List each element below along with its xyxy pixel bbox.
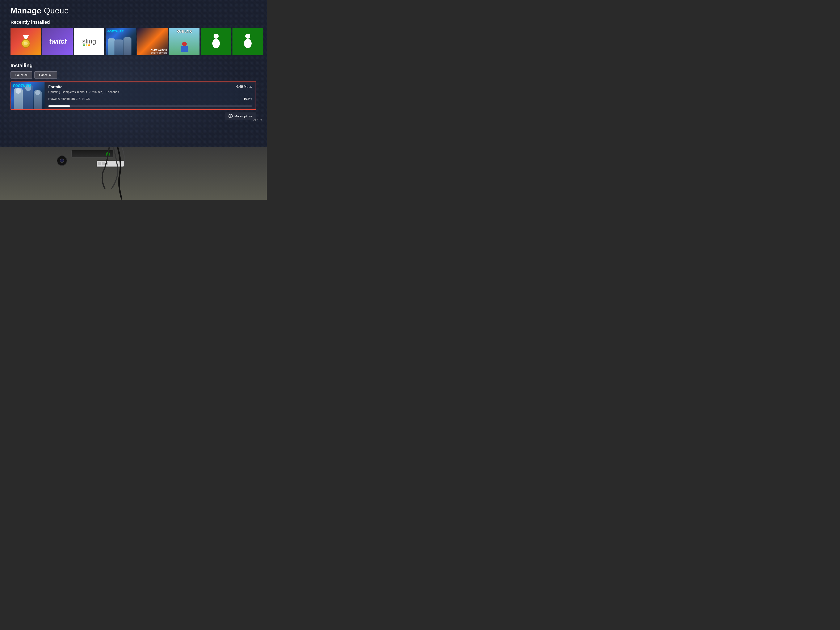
progress-bar-container xyxy=(48,106,252,107)
tile-sling[interactable]: sling xyxy=(74,28,104,55)
installing-section: Installing Pause all Cancel all FORTNITE xyxy=(11,63,256,120)
download-percent: 10.6% xyxy=(243,97,252,100)
tile-roblox[interactable]: ROBLOX xyxy=(169,28,199,55)
fortnite-download-label: FORTNITE xyxy=(13,84,32,88)
overwatch-art: OVERWATCH ORIGINS EDITION xyxy=(137,28,168,55)
overwatch-label: OVERWATCH ORIGINS EDITION xyxy=(151,49,167,54)
fortnite-download-thumbnail: FORTNITE xyxy=(11,82,44,109)
download-size: Network: 459.66 MB of 4.24 GB xyxy=(48,97,90,100)
roblox-label: ROBLOX xyxy=(169,30,199,33)
dot-yellow xyxy=(86,44,87,46)
tv-screen: Manage Queue Recently installed xyxy=(0,0,267,147)
dot-green xyxy=(83,44,85,46)
fortnite-tile-art: FORTNITE xyxy=(106,28,136,55)
cancel-all-button[interactable]: Cancel all xyxy=(35,71,57,79)
download-card-fortnite: FORTNITE xyxy=(11,82,256,110)
action-buttons: Pause all Cancel all xyxy=(11,71,256,79)
tile-avatar-2[interactable] xyxy=(232,28,263,55)
recently-installed-section: Recently installed xyxy=(11,19,256,55)
menu-icon xyxy=(229,114,233,118)
menu-dot-1 xyxy=(231,115,231,115)
more-options-button[interactable]: More options xyxy=(225,112,256,120)
xbox-logo xyxy=(106,152,110,156)
svg-point-3 xyxy=(245,33,250,39)
twitch-logo: twitch xyxy=(48,36,67,48)
installing-label: Installing xyxy=(11,63,256,68)
recently-installed-label: Recently installed xyxy=(11,19,256,25)
tile-fortnite[interactable]: FORTNITE xyxy=(106,28,136,55)
tile-overwatch[interactable]: OVERWATCH ORIGINS EDITION xyxy=(137,28,168,55)
svg-point-2 xyxy=(212,39,220,48)
vizio-brand: VIZIO xyxy=(253,118,262,122)
menu-dot-3 xyxy=(231,117,231,118)
tile-twitch[interactable]: twitch xyxy=(42,28,73,55)
avatar-1-icon xyxy=(211,33,221,50)
more-options-label: More options xyxy=(234,114,253,118)
power-strip xyxy=(96,161,124,167)
avatar-2-icon xyxy=(243,33,253,50)
download-bottom-row: Network: 459.66 MB of 4.24 GB 10.6% xyxy=(48,97,252,100)
pause-all-button[interactable]: Pause all xyxy=(11,71,32,79)
achievement-icon xyxy=(21,35,30,48)
sling-logo: sling xyxy=(82,37,96,46)
webcam xyxy=(57,155,67,166)
svg-point-4 xyxy=(244,39,251,48)
tile-avatar-1[interactable] xyxy=(201,28,231,55)
game-name: Fortnite xyxy=(48,85,62,89)
desk-area xyxy=(0,147,267,200)
fortnite-tile-label: FORTNITE xyxy=(107,30,124,33)
tile-achievement[interactable] xyxy=(11,28,41,55)
cables-svg xyxy=(0,147,267,200)
dot-orange xyxy=(88,44,90,46)
download-info: Fortnite 6.46 Mbps Updating. Completes i… xyxy=(44,82,256,109)
xbox-console xyxy=(71,150,114,158)
roblox-art: ROBLOX xyxy=(169,28,199,55)
page-title: Manage Queue xyxy=(11,6,256,15)
download-top-row: Fortnite 6.46 Mbps xyxy=(48,85,252,89)
download-status: Updating. Completes in about 38 minutes,… xyxy=(48,90,252,94)
menu-dot-2 xyxy=(231,116,231,117)
tiles-row: twitch sling xyxy=(11,28,256,55)
svg-text:twitch: twitch xyxy=(49,37,67,45)
download-speed: 6.46 Mbps xyxy=(236,85,252,88)
svg-point-1 xyxy=(213,33,219,39)
progress-bar-fill xyxy=(48,106,70,107)
more-options-row: More options xyxy=(11,112,256,120)
